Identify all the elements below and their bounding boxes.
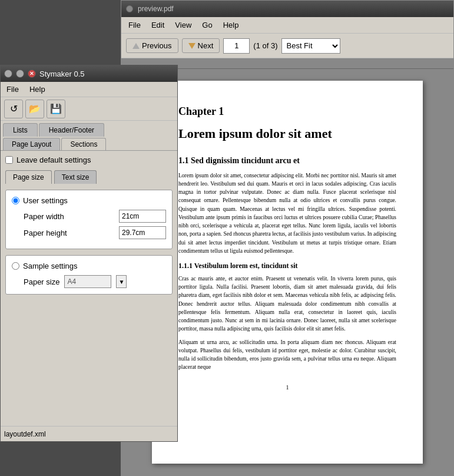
stymaker-toolbar: ↺ 📂 💾: [1, 97, 177, 121]
pdf-page-number: 1: [178, 384, 396, 392]
paper-height-row: Paper height: [12, 226, 166, 239]
pdf-paragraph-3: Aliquam ut urna arcu, ac sollicitudin ur…: [178, 338, 396, 372]
pdf-title-dot: [126, 5, 133, 12]
open-button[interactable]: 📂: [25, 100, 44, 118]
paper-width-label: Paper width: [24, 212, 64, 221]
paper-size-label: Paper size: [24, 277, 59, 286]
subtab-pagelayout[interactable]: Page Layout: [3, 138, 60, 150]
pdf-menu-go[interactable]: Go: [197, 19, 217, 31]
close-button[interactable]: ✕: [28, 70, 36, 78]
next-label: Next: [198, 41, 214, 50]
previous-button[interactable]: Previous: [126, 38, 178, 53]
zoom-select[interactable]: Best Fit Fit Width 50% 75% 100% 125% 150…: [281, 38, 340, 54]
refresh-button[interactable]: ↺: [4, 100, 23, 118]
minimize-button[interactable]: [4, 70, 12, 78]
maximize-button[interactable]: [16, 70, 24, 78]
paper-size-input[interactable]: [64, 275, 111, 288]
pdf-toolbar: Previous Next (1 of 3) Best Fit Fit Widt…: [121, 34, 453, 58]
paper-size-row: Paper size ▼: [12, 275, 166, 288]
pdf-titlebar: preview.pdf: [121, 1, 453, 17]
pdf-document-title: Lorem ipsum dolor sit amet: [178, 125, 396, 143]
inner-tab-row: Page size Text size: [5, 170, 173, 184]
stymaker-titlebar: ✕ Stymaker 0.5: [1, 65, 177, 82]
user-settings-section: User settings Paper width Paper height: [5, 190, 173, 249]
save-button[interactable]: 💾: [47, 100, 65, 118]
stymaker-statusbar: layoutdef.xml: [1, 426, 177, 441]
tab-lists[interactable]: Lists: [3, 123, 38, 137]
page-number-input[interactable]: [223, 38, 250, 54]
pdf-section-h2: 1.1.1 Vestibulum lorem est, tincidunt si…: [178, 261, 396, 271]
pdf-menubar: File Edit View Go Help: [121, 17, 453, 34]
paper-height-label: Paper height: [24, 229, 67, 237]
stymaker-window: ✕ Stymaker 0.5 File Help ↺ 📂 💾 Lists Hea…: [0, 65, 178, 442]
pdf-menu-view[interactable]: View: [170, 19, 196, 31]
status-text: layoutdef.xml: [4, 430, 46, 438]
leave-default-label[interactable]: Leave default settings: [16, 156, 91, 164]
user-settings-radio[interactable]: [12, 197, 19, 204]
pdf-section-h1: 1.1 Sed dignissim tincidunt arcu et: [178, 155, 396, 167]
pdf-chapter-heading: Chapter 1: [178, 104, 396, 119]
tab-page-size[interactable]: Page size: [5, 170, 52, 184]
paper-height-input[interactable]: [119, 226, 166, 239]
refresh-icon: ↺: [10, 103, 18, 114]
subtab-sections[interactable]: Sections: [61, 138, 106, 150]
pdf-menu-help[interactable]: Help: [218, 19, 244, 31]
paper-width-row: Paper width: [12, 210, 166, 223]
previous-icon: [132, 43, 140, 49]
paper-size-dropdown-button[interactable]: ▼: [116, 275, 127, 288]
sample-settings-section: Sample settings Paper size ▼: [5, 255, 173, 295]
save-icon: 💾: [50, 103, 62, 114]
pdf-paragraph-2: Cras ac mauris ante, et auctor enim. Pra…: [178, 275, 396, 333]
stymaker-menu-help[interactable]: Help: [27, 84, 48, 95]
pdf-window-title: preview.pdf: [138, 5, 174, 13]
pdf-menu-edit[interactable]: Edit: [147, 19, 169, 31]
sample-settings-radio-row: Sample settings: [12, 262, 166, 270]
stymaker-menu-file[interactable]: File: [4, 84, 21, 95]
stymaker-content: Leave default settings Page size Text si…: [1, 151, 177, 426]
stymaker-menubar: File Help: [1, 82, 177, 97]
user-settings-label[interactable]: User settings: [23, 196, 68, 205]
next-button[interactable]: Next: [182, 38, 220, 53]
leave-default-checkbox[interactable]: [5, 156, 13, 164]
default-settings-row: Leave default settings: [5, 156, 173, 164]
pdf-paragraph-1: Lorem ipsum dolor sit amet, consectetur …: [178, 171, 396, 256]
tab-headerfooter[interactable]: Header/Footer: [39, 123, 104, 137]
next-icon: [188, 43, 195, 49]
sub-tab-row: Page Layout Sections: [1, 137, 177, 151]
paper-width-input[interactable]: [119, 210, 166, 223]
sample-settings-label[interactable]: Sample settings: [23, 262, 78, 270]
pdf-menu-file[interactable]: File: [124, 19, 145, 31]
main-tab-row: Lists Header/Footer: [1, 121, 177, 137]
previous-label: Previous: [142, 41, 172, 50]
sample-settings-radio[interactable]: [12, 262, 19, 270]
page-count: (1 of 3): [253, 41, 277, 50]
stymaker-title: Stymaker 0.5: [39, 70, 85, 78]
open-icon: 📂: [29, 103, 41, 114]
user-settings-radio-row: User settings: [12, 196, 166, 205]
pdf-page: Chapter 1 Lorem ipsum dolor sit amet 1.1…: [152, 81, 423, 464]
tab-text-size[interactable]: Text size: [54, 170, 97, 184]
